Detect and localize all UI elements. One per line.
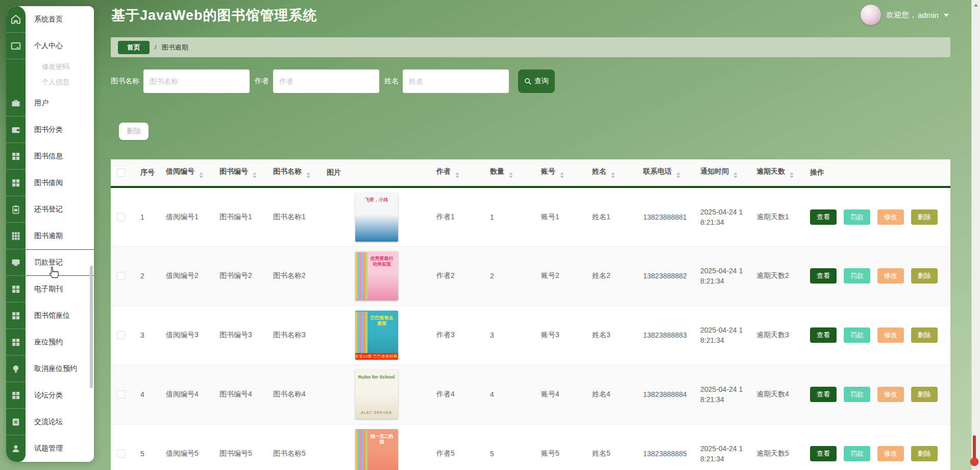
cell-borrow-no: 借阅编号3 xyxy=(160,306,213,365)
page-scrollbar[interactable] xyxy=(971,0,980,470)
sidebar-item[interactable]: 用户 xyxy=(6,90,94,116)
column-header[interactable]: 借阅编号 xyxy=(160,159,213,187)
sidebar-item[interactable]: 试题管理 xyxy=(6,435,94,462)
column-header[interactable]: 图书名称 xyxy=(267,159,321,187)
column-header[interactable]: 数量 xyxy=(484,159,535,187)
column-header[interactable]: 图片 xyxy=(321,159,430,187)
delete-button[interactable]: 删除 xyxy=(911,387,938,402)
bulb-icon xyxy=(6,356,26,382)
fine-button[interactable]: 罚款 xyxy=(844,209,870,225)
search-bar: 图书名称 作者 姓名 查询 xyxy=(111,69,555,93)
delete-selected-button[interactable]: 删除 xyxy=(119,123,149,140)
column-header[interactable]: 账号 xyxy=(535,159,586,187)
sort-icon[interactable] xyxy=(560,172,564,178)
cell-author: 作者1 xyxy=(430,187,484,246)
search-input[interactable] xyxy=(273,69,379,93)
search-input[interactable] xyxy=(143,69,250,93)
edit-button[interactable]: 修改 xyxy=(877,209,904,225)
cell-account: 账号2 xyxy=(535,246,586,306)
sort-icon[interactable] xyxy=(455,172,459,178)
view-button[interactable]: 查看 xyxy=(810,268,837,284)
row-checkbox[interactable] xyxy=(117,331,125,339)
cell-phone: 13823888882 xyxy=(637,246,694,306)
edit-button[interactable]: 修改 xyxy=(877,446,904,461)
row-checkbox[interactable] xyxy=(117,213,125,221)
home-icon xyxy=(6,6,26,33)
column-header[interactable]: 图书编号 xyxy=(213,159,267,187)
sidebar-item[interactable]: 论坛分类 xyxy=(6,382,94,409)
delete-button[interactable]: 删除 xyxy=(911,446,938,461)
sidebar-item[interactable]: 还书登记 xyxy=(6,196,94,223)
menu-icon xyxy=(6,75,26,90)
breadcrumb-home[interactable]: 首页 xyxy=(118,41,150,54)
sidebar-item[interactable]: 图书馆座位 xyxy=(6,302,94,329)
sidebar-item[interactable]: 图书借阅 xyxy=(6,170,94,196)
view-button[interactable]: 查看 xyxy=(810,446,837,461)
sidebar-scrollbar-thumb[interactable] xyxy=(90,266,93,388)
column-header[interactable]: 姓名 xyxy=(586,159,637,187)
view-button[interactable]: 查看 xyxy=(810,387,837,402)
cell-phone: 13823888884 xyxy=(637,365,694,424)
sort-icon[interactable] xyxy=(611,172,615,178)
monitor-icon xyxy=(6,249,26,276)
book-cover-title: 独一无二的我 xyxy=(355,434,398,445)
search-field: 图书名称 xyxy=(111,69,250,93)
select-all-checkbox[interactable] xyxy=(117,169,125,177)
sort-icon[interactable] xyxy=(676,172,680,178)
edit-button[interactable]: 修改 xyxy=(877,268,904,284)
row-checkbox[interactable] xyxy=(117,272,125,280)
delete-button[interactable]: 删除 xyxy=(911,268,938,284)
sidebar-item[interactable]: 修改密码 xyxy=(6,59,94,75)
sort-icon[interactable] xyxy=(199,172,203,178)
sidebar-item-label: 图书馆座位 xyxy=(26,302,94,329)
sort-icon[interactable] xyxy=(790,172,794,178)
cell-book-name: 图书名称4 xyxy=(267,365,321,424)
cell-cover: 独一无二的我 xyxy=(321,424,430,470)
column-header[interactable]: 序号 xyxy=(134,159,160,187)
sidebar-item-label: 图书信息 xyxy=(26,143,94,170)
column-header[interactable]: 操作 xyxy=(804,159,950,187)
sidebar-item[interactable]: 交流论坛 xyxy=(6,409,94,435)
delete-button[interactable]: 删除 xyxy=(911,327,938,343)
scroll-up-arrow-icon[interactable] xyxy=(974,4,978,7)
sort-icon[interactable] xyxy=(733,172,738,178)
sort-icon[interactable] xyxy=(306,172,310,178)
sidebar-item[interactable]: 图书逾期 xyxy=(6,223,94,249)
sidebar-item[interactable]: 图书信息 xyxy=(6,143,94,170)
sidebar-item[interactable]: 取消座位预约 xyxy=(6,356,94,382)
column-header[interactable]: 通知时间 xyxy=(694,159,750,187)
fine-button[interactable]: 罚款 xyxy=(844,327,870,343)
column-header[interactable]: 逾期天数 xyxy=(750,159,804,187)
welcome-text: 欢迎您， xyxy=(886,10,917,20)
delete-button[interactable]: 删除 xyxy=(911,209,938,225)
data-table: 序号 借阅编号 图书编号 xyxy=(111,159,950,470)
fine-button[interactable]: 罚款 xyxy=(844,446,870,461)
sidebar-item[interactable]: 图书分类 xyxy=(6,116,94,143)
sort-icon[interactable] xyxy=(509,172,513,178)
sidebar-item[interactable]: 系统首页 xyxy=(6,6,94,33)
column-header-label: 联系电话 xyxy=(643,167,672,175)
search-button[interactable]: 查询 xyxy=(518,69,555,93)
cell-book-name: 图书名称1 xyxy=(267,187,321,246)
user-menu[interactable]: 欢迎您， admin xyxy=(861,5,949,25)
edit-button[interactable]: 修改 xyxy=(877,387,904,402)
cell-cover: 优秀要靠行动来实现 xyxy=(321,246,430,306)
view-button[interactable]: 查看 xyxy=(810,209,837,225)
cell-overdue-days: 逾期天数2 xyxy=(750,246,804,306)
edit-button[interactable]: 修改 xyxy=(877,327,904,343)
cell-cover: 飞呀，小鸡 xyxy=(321,187,430,246)
fine-button[interactable]: 罚款 xyxy=(844,268,870,284)
sort-icon[interactable] xyxy=(253,172,257,178)
column-header[interactable]: 联系电话 xyxy=(637,159,694,187)
fine-button[interactable]: 罚款 xyxy=(844,387,870,402)
grid9-icon xyxy=(6,223,26,249)
sidebar-item-label: 电子期刊 xyxy=(26,276,94,302)
sidebar-item[interactable]: 个人信息 xyxy=(6,75,94,90)
column-header[interactable]: 作者 xyxy=(430,159,484,187)
row-checkbox[interactable] xyxy=(117,390,125,398)
sidebar-item[interactable]: 座位预约 xyxy=(6,329,94,356)
search-input[interactable] xyxy=(403,69,509,93)
sidebar-item[interactable]: 个人中心 xyxy=(6,33,94,59)
view-button[interactable]: 查看 xyxy=(810,327,837,343)
row-checkbox[interactable] xyxy=(117,450,125,458)
